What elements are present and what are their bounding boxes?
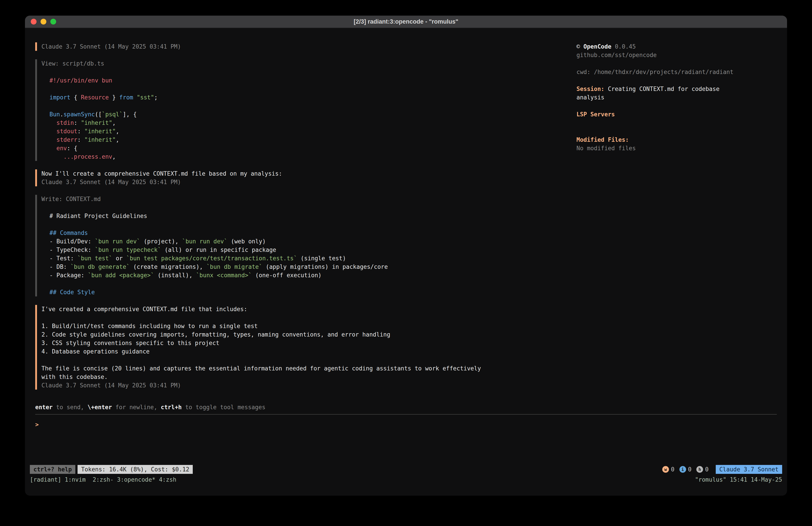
terminal-window: [2/3] radiant:3:opencode - "romulus" Cla… [25,16,787,496]
message-timestamp: Claude 3.7 Sonnet (14 May 2025 03:41 PM) [41,381,570,389]
blank-line [577,76,746,85]
info-icon: i [679,466,686,473]
code-block-db-ts: #!/usr/bin/env bun import { Resource } f… [41,76,570,161]
blank-line [577,118,746,127]
modified-files-value: No modified files [577,144,746,153]
help-badge[interactable]: ctrl+? help [30,465,75,474]
input-empty-space[interactable] [35,429,777,464]
input-area: enter to send, \+enter for newline, ctrl… [25,403,787,464]
window-bottom-padding [25,485,787,496]
status-bar: ctrl+? help Tokens: 16.4K (8%), Cost: $0… [25,464,787,475]
assistant-message-header-block: Claude 3.7 Sonnet (14 May 2025 03:41 PM) [35,42,570,51]
assistant-message-3: I've created a comprehensive CONTEXT.md … [35,305,570,389]
input-divider [35,414,777,415]
blank-line [577,127,746,136]
modified-files-heading: Modified Files: [577,136,746,144]
prompt-symbol: > [35,421,39,428]
cwd-line: cwd: /home/thdxr/dev/projects/radiant/ra… [577,68,746,76]
tmux-session-info: "romulus" 15:41 14-May-25 [695,475,782,484]
message-body: I've created a comprehensive CONTEXT.md … [41,305,570,381]
diagnostic-info: i 0 [679,465,692,474]
message-text: Now I'll create a comprehensive CONTEXT.… [41,169,570,178]
tool-write-block: Write: CONTEXT.md # Radiant Project Guid… [35,195,570,296]
window-titlebar[interactable]: [2/3] radiant:3:opencode - "romulus" [25,16,787,28]
hint-count: 0 [705,465,709,474]
hint-icon: h [696,466,703,473]
sidebar: © OpenCode 0.0.45 github.com/sst/opencod… [577,42,787,403]
chat-scroll-area[interactable]: Claude 3.7 Sonnet (14 May 2025 03:41 PM)… [25,42,577,403]
diagnostic-warnings: w 0 [662,465,675,474]
message-timestamp: Claude 3.7 Sonnet (14 May 2025 03:41 PM) [41,178,570,186]
session-line: Session: Creating CONTEXT.md for codebas… [577,85,746,102]
tool-view-block: View: script/db.ts #!/usr/bin/env bun im… [35,59,570,161]
blank-line [577,102,746,110]
repo-link: github.com/sst/opencode [577,51,746,59]
window-title: [2/3] radiant:3:opencode - "romulus" [354,17,458,26]
blank-line [41,68,570,76]
blank-line [577,59,746,68]
close-button[interactable] [31,19,37,25]
assistant-message-2: Now I'll create a comprehensive CONTEXT.… [35,169,570,186]
keybind-help: enter to send, \+enter for newline, ctrl… [35,403,777,411]
traffic-lights [31,16,56,28]
tool-view-title: View: script/db.ts [41,59,570,68]
tmux-window-list[interactable]: [radiant] 1:nvim 2:zsh- 3:opencode* 4:zs… [30,475,176,484]
info-count: 0 [688,465,692,474]
message-timestamp: Claude 3.7 Sonnet (14 May 2025 03:41 PM) [41,42,570,51]
prompt-input[interactable]: > [35,420,777,429]
diagnostic-hints: h 0 [696,465,709,474]
app-brand: © OpenCode 0.0.45 [577,42,746,51]
minimize-button[interactable] [41,19,46,25]
markdown-preview-context-md: # Radiant Project Guidelines ## Commands… [41,212,570,296]
warning-count: 0 [671,465,675,474]
lsp-servers-heading: LSP Servers [577,110,746,118]
tool-write-title: Write: CONTEXT.md [41,195,570,203]
warning-icon: w [662,466,669,473]
tokens-cost-badge: Tokens: 16.4K (8%), Cost: $0.12 [77,465,193,474]
tmux-status-bar: [radiant] 1:nvim 2:zsh- 3:opencode* 4:zs… [25,475,787,485]
content-area: Claude 3.7 Sonnet (14 May 2025 03:41 PM)… [25,28,787,403]
model-badge[interactable]: Claude 3.7 Sonnet [716,465,782,474]
blank-line [41,203,570,212]
zoom-button[interactable] [50,19,56,25]
